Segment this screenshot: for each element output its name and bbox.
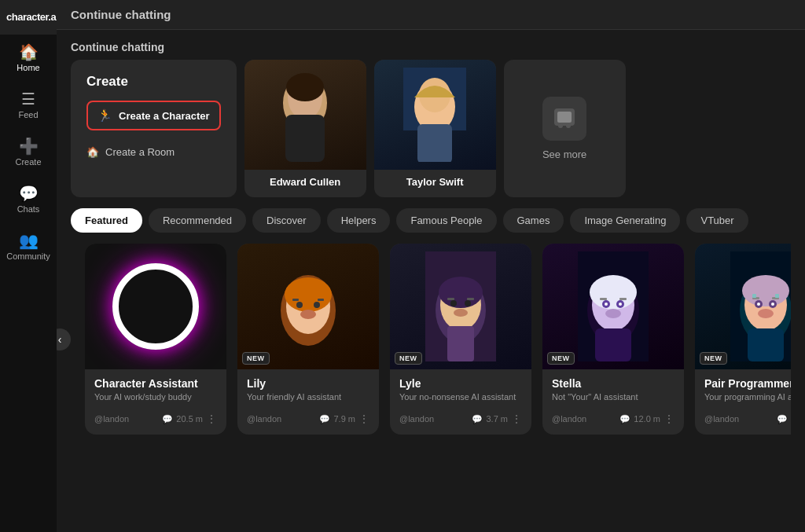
- char-assistant-chats: 20.5 m: [176, 414, 203, 424]
- char-card-lyle[interactable]: NEW Lyle Your no-nonsense AI assistant @…: [390, 244, 531, 435]
- char-card-stella[interactable]: NEW Stella Not "Your" AI assistant @land…: [542, 244, 684, 435]
- sidebar-item-create[interactable]: ➕ Create: [0, 129, 57, 176]
- char-assistant-stats: 💬 20.5 m ⋮: [162, 413, 217, 425]
- chat-count-icon: 💬: [619, 414, 630, 424]
- svg-point-36: [605, 303, 608, 306]
- see-more-card[interactable]: See more: [504, 60, 626, 197]
- char-assistant-footer: @landon 💬 20.5 m ⋮: [85, 409, 226, 425]
- char-assistant-author: @landon: [94, 414, 129, 424]
- lily-desc: Your friendly AI assistant: [237, 391, 379, 409]
- main-content: Continue chatting Continue chatting Crea…: [57, 0, 805, 532]
- character-icon: 🏃: [97, 108, 112, 123]
- stella-new-badge: NEW: [547, 352, 575, 365]
- svg-point-25: [465, 300, 471, 306]
- sidebar-item-community[interactable]: 👥 Community: [0, 223, 57, 270]
- room-icon: 🏠: [86, 146, 99, 158]
- sidebar-item-feed[interactable]: ☰ Feed: [0, 82, 57, 129]
- svg-rect-7: [417, 124, 452, 162]
- lily-name: Lily: [237, 369, 379, 391]
- sidebar-item-label: Home: [17, 63, 39, 72]
- sidebar-item-home[interactable]: 🏠 Home: [0, 35, 57, 82]
- sidebar-item-label: Feed: [18, 110, 38, 119]
- svg-point-48: [757, 303, 760, 306]
- svg-rect-55: [775, 294, 779, 298]
- section-title: Continue chatting: [57, 30, 805, 60]
- create-room-button[interactable]: 🏠 Create a Room: [86, 141, 221, 163]
- app-logo: character.ai: [0, 0, 57, 35]
- svg-rect-18: [318, 299, 324, 301]
- lyle-new-badge: NEW: [395, 352, 422, 365]
- svg-rect-26: [447, 298, 454, 300]
- char-card-taylor[interactable]: Taylor Swift: [374, 60, 496, 197]
- topbar: Continue chatting: [57, 0, 805, 30]
- sidebar-item-label: Chats: [17, 204, 40, 214]
- char-card-lily[interactable]: NEW Lily Your friendly AI assistant @lan…: [237, 244, 379, 435]
- lyle-desc: Your no-nonsense AI assistant: [390, 391, 531, 409]
- lily-avatar: NEW: [237, 244, 379, 369]
- svg-point-15: [296, 302, 303, 308]
- pair-programmer-name: Pair Programmer: [695, 369, 791, 391]
- tab-image-gen[interactable]: Image Generating: [570, 208, 680, 233]
- tab-featured[interactable]: Featured: [71, 208, 142, 233]
- svg-point-16: [314, 302, 320, 308]
- chat-count-icon: 💬: [472, 414, 483, 424]
- char-card-edward[interactable]: Edward Cullen: [244, 60, 366, 197]
- svg-rect-27: [467, 298, 474, 300]
- svg-point-19: [300, 310, 316, 319]
- more-options-icon[interactable]: ⋮: [358, 413, 369, 425]
- svg-rect-38: [600, 298, 607, 300]
- lyle-name: Lyle: [390, 369, 531, 391]
- stella-chats: 12.0 m: [634, 414, 660, 424]
- taylor-name: Taylor Swift: [399, 170, 472, 196]
- pair-programmer-footer: @landon 💬 1.3 m ⋮: [695, 409, 791, 425]
- create-character-button[interactable]: 🏃 Create a Character: [86, 101, 221, 130]
- home-icon: 🏠: [19, 44, 39, 60]
- svg-rect-41: [595, 328, 631, 361]
- stella-avatar: NEW: [542, 244, 684, 369]
- char-card-character-assistant[interactable]: Character Assistant Your AI work/study b…: [85, 244, 226, 435]
- tab-vtuber[interactable]: VTuber: [686, 208, 748, 233]
- svg-point-23: [439, 277, 483, 308]
- char-card-pair-programmer[interactable]: NEW Pair Programmer Your programming AI …: [695, 244, 791, 435]
- char-assistant-name: Character Assistant: [85, 369, 226, 391]
- svg-rect-54: [752, 294, 756, 298]
- prev-button[interactable]: ‹: [57, 328, 71, 350]
- taylor-avatar: [374, 60, 496, 170]
- lily-footer: @landon 💬 7.9 m ⋮: [237, 409, 379, 425]
- svg-point-9: [558, 123, 563, 128]
- chat-count-icon: 💬: [162, 414, 173, 424]
- svg-rect-53: [748, 328, 784, 361]
- svg-point-3: [286, 73, 324, 101]
- more-options-icon[interactable]: ⋮: [206, 413, 217, 425]
- char-assistant-desc: Your AI work/study buddy: [85, 391, 226, 409]
- lyle-stats: 💬 3.7 m ⋮: [472, 413, 522, 425]
- tab-discover[interactable]: Discover: [252, 208, 321, 233]
- sidebar: character.ai 🏠 Home ☰ Feed ➕ Create 💬 Ch…: [0, 0, 57, 532]
- ring-avatar: [112, 263, 199, 350]
- svg-point-40: [605, 309, 621, 318]
- svg-rect-11: [557, 112, 572, 123]
- tab-recommended[interactable]: Recommended: [149, 208, 246, 233]
- lyle-avatar: NEW: [390, 244, 531, 369]
- svg-point-37: [619, 303, 622, 306]
- more-options-icon[interactable]: ⋮: [511, 413, 522, 425]
- category-tabs: Featured Recommended Discover Helpers Fa…: [57, 208, 805, 244]
- svg-point-49: [771, 303, 774, 306]
- stella-desc: Not "Your" AI assistant: [542, 391, 684, 409]
- svg-point-14: [285, 277, 332, 312]
- pair-programmer-author: @landon: [704, 414, 739, 424]
- featured-characters-grid: Character Assistant Your AI work/study b…: [71, 244, 791, 435]
- lily-stats: 💬 7.9 m ⋮: [319, 413, 369, 425]
- tab-games[interactable]: Games: [503, 208, 564, 233]
- see-more-label: See more: [542, 149, 586, 160]
- topbar-title: Continue chatting: [71, 8, 171, 21]
- more-options-icon[interactable]: ⋮: [663, 413, 675, 425]
- chat-count-icon: 💬: [777, 414, 788, 424]
- create-card: Create 🏃 Create a Character 🏠 Create a R…: [71, 60, 237, 197]
- lily-author: @landon: [247, 414, 281, 424]
- sidebar-item-chats[interactable]: 💬 Chats: [0, 176, 57, 223]
- tab-helpers[interactable]: Helpers: [327, 208, 391, 233]
- sidebar-item-label: Create: [15, 157, 41, 167]
- tab-famous[interactable]: Famous People: [396, 208, 496, 233]
- feed-icon: ☰: [21, 91, 35, 107]
